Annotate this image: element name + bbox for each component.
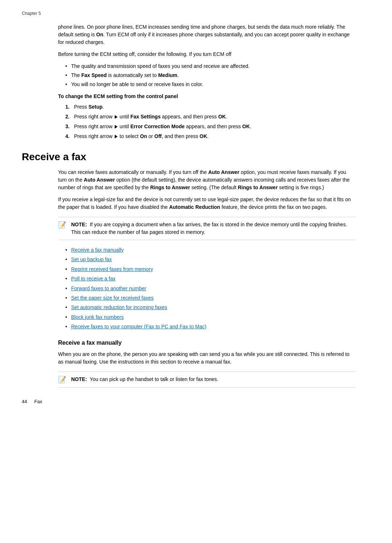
bold-auto-answer-2: Auto Answer [84, 177, 115, 183]
note-content-2: NOTE: You can pick up the handset to tal… [71, 376, 218, 383]
link-item-2: Set up backup fax [65, 255, 356, 263]
ecm-bullet-list: The quality and transmission speed of fa… [65, 62, 356, 88]
note-box-2: 📝 NOTE: You can pick up the handset to t… [58, 372, 356, 388]
bold-auto-reduction: Automatic Reduction [169, 204, 220, 210]
link-receive-manually[interactable]: Receive a fax manually [71, 247, 124, 253]
intro-para-2: Before turning the ECM setting off, cons… [58, 50, 356, 58]
note-content-1: NOTE: If you are copying a document when… [71, 221, 356, 236]
bold-medium: Medium [158, 72, 177, 78]
ecm-steps: Press Setup. Press right arrow until Fax… [65, 103, 356, 140]
footer: 44 Fax [22, 399, 370, 404]
link-item-8: Block junk fax numbers [65, 313, 356, 321]
bold-setup: Setup [89, 104, 103, 110]
link-reprint-faxes[interactable]: Reprint received faxes from memory [71, 266, 153, 272]
ecm-step-3: Press right arrow until Error Correction… [65, 123, 356, 130]
link-block-junk[interactable]: Block junk fax numbers [71, 314, 124, 320]
bullet-item-2: The Fax Speed is automatically set to Me… [65, 72, 356, 79]
link-list: Receive a fax manually Set up backup fax… [65, 246, 356, 331]
link-item-7: Set automatic reduction for incoming fax… [65, 303, 356, 311]
bold-on: On [96, 32, 103, 37]
link-poll-receive[interactable]: Poll to receive a fax [71, 276, 115, 281]
receive-manually-para-1: When you are on the phone, the person yo… [58, 350, 356, 366]
bold-off: Off [154, 133, 162, 139]
bold-ok-3: OK [200, 133, 207, 139]
link-forward-faxes[interactable]: Forward faxes to another number [71, 285, 146, 291]
link-item-1: Receive a fax manually [65, 246, 356, 254]
note-box-1: 📝 NOTE: If you are copying a document wh… [58, 217, 356, 240]
page: Chapter 5 phone lines. On poor phone lin… [0, 0, 392, 415]
note-text-1: If you are copying a document when a fax… [71, 222, 347, 235]
link-item-6: Set the paper size for received faxes [65, 294, 356, 302]
note-label-2: NOTE: [71, 376, 87, 382]
ecm-step-2: Press right arrow until Fax Settings app… [65, 113, 356, 121]
bold-ok-2: OK [242, 123, 250, 129]
bullet-item-3: You will no longer be able to send or re… [65, 81, 356, 88]
ecm-step-4: Press right arrow to select On or Off, a… [65, 133, 356, 140]
bold-rings-to-answer-2: Rings to Answer [238, 185, 278, 190]
intro-content: phone lines. On poor phone lines, ECM in… [58, 23, 356, 140]
receive-para-1: You can receive faxes automatically or m… [58, 169, 356, 191]
bold-ok-1: OK [218, 114, 226, 119]
link-auto-reduction[interactable]: Set automatic reduction for incoming fax… [71, 304, 167, 310]
footer-section-label: Fax [34, 399, 42, 404]
receive-manually-heading: Receive a fax manually [58, 340, 356, 346]
link-backup-fax[interactable]: Set up backup fax [71, 256, 112, 262]
receive-fax-content: You can receive faxes automatically or m… [58, 169, 356, 388]
note-icon-2: 📝 [58, 376, 68, 384]
bold-on-2: On [140, 133, 147, 139]
link-paper-size[interactable]: Set the paper size for received faxes [71, 295, 154, 301]
link-item-3: Reprint received faxes from memory [65, 265, 356, 273]
intro-para-1: phone lines. On poor phone lines, ECM in… [58, 23, 356, 46]
right-arrow-icon-3 [115, 135, 118, 138]
bullet-item-1: The quality and transmission speed of fa… [65, 62, 356, 70]
chapter-label: Chapter 5 [22, 11, 41, 16]
link-item-9: Receive faxes to your computer (Fax to P… [65, 323, 356, 331]
note-text-2: You can pick up the handset to talk or l… [90, 376, 218, 382]
receive-para-2: If you receive a legal-size fax and the … [58, 196, 356, 211]
bold-fax-speed: Fax Speed [81, 72, 107, 78]
link-item-4: Poll to receive a fax [65, 275, 356, 283]
bold-ecm: Error Correction Mode [130, 123, 184, 129]
right-arrow-icon-1 [115, 115, 118, 119]
page-number: 44 [22, 399, 27, 404]
receive-fax-heading: Receive a fax [22, 151, 370, 163]
note-icon-1: 📝 [58, 221, 68, 229]
right-arrow-icon-2 [115, 125, 118, 129]
ecm-instruction-heading: To change the ECM setting from the contr… [58, 93, 356, 100]
link-item-5: Forward faxes to another number [65, 284, 356, 292]
chapter-header: Chapter 5 [22, 11, 370, 16]
note-label-1: NOTE: [71, 222, 87, 227]
link-fax-to-pc[interactable]: Receive faxes to your computer (Fax to P… [71, 324, 207, 329]
bold-fax-settings: Fax Settings [130, 114, 160, 119]
bold-auto-answer-1: Auto Answer [208, 169, 240, 175]
ecm-step-1: Press Setup. [65, 103, 356, 111]
bold-rings-to-answer-1: Rings to Answer [150, 185, 190, 190]
